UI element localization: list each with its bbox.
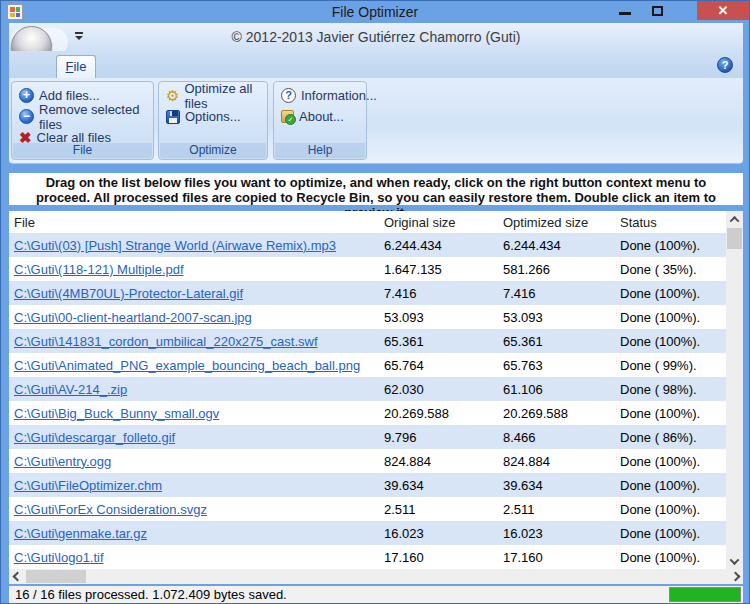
optimized-size-cell: 824.884 xyxy=(498,454,615,469)
table-row[interactable]: C:\Guti\entry.ogg 824.884 824.884 Done (… xyxy=(9,449,726,473)
minimize-button[interactable] xyxy=(611,1,639,20)
table-row[interactable]: C:\Guti\logo1.tif 17.160 17.160 Done (10… xyxy=(9,545,726,569)
file-cell: C:\Guti\logo1.tif xyxy=(9,550,379,565)
original-size-cell: 1.647.135 xyxy=(379,262,498,277)
file-list: File Original size Optimized size Status… xyxy=(9,211,743,569)
file-list-rows: C:\Guti\(03) [Push] Strange World (Airwa… xyxy=(9,233,726,569)
scroll-up-button[interactable] xyxy=(726,211,743,227)
table-row[interactable]: C:\Guti\descargar_folleto.gif 9.796 8.46… xyxy=(9,425,726,449)
horizontal-scroll-thumb[interactable] xyxy=(26,570,86,583)
maximize-button[interactable] xyxy=(643,1,671,20)
about-icon xyxy=(281,110,294,123)
file-cell: C:\Guti\ForEx Consideration.svgz xyxy=(9,502,379,517)
ribbon-group-file: + Add files... − Remove selected files ✖… xyxy=(11,81,154,160)
file-link[interactable]: C:\Guti\genmake.tar.gz xyxy=(14,526,147,541)
status-cell: Done (100%). xyxy=(615,286,726,301)
optimize-all-files-button[interactable]: ⚙ Optimize all files xyxy=(159,85,267,106)
status-cell: Done ( 99%). xyxy=(615,358,726,373)
status-cell: Done ( 35%). xyxy=(615,262,726,277)
column-header-file[interactable]: File xyxy=(9,215,379,230)
optimized-size-cell: 581.266 xyxy=(498,262,615,277)
file-cell: C:\Guti\descargar_folleto.gif xyxy=(9,430,379,445)
about-button[interactable]: About... xyxy=(274,106,366,127)
original-size-cell: 2.511 xyxy=(379,502,498,517)
optimized-size-cell: 65.361 xyxy=(498,334,615,349)
close-button[interactable]: ✕ xyxy=(697,1,749,20)
file-link[interactable]: C:\Guti\logo1.tif xyxy=(14,550,104,565)
file-cell: C:\Guti\(03) [Push] Strange World (Airwa… xyxy=(9,238,379,253)
scroll-left-button[interactable] xyxy=(9,569,25,584)
instruction-text: Drag on the list below files you want to… xyxy=(9,173,743,205)
optimized-size-cell: 20.269.588 xyxy=(498,406,615,421)
status-text: 16 / 16 files processed. 1.072.409 bytes… xyxy=(15,587,287,602)
options-icon xyxy=(166,110,180,124)
ribbon-tab-row: File ? xyxy=(9,51,743,78)
information-icon: ? xyxy=(281,88,296,103)
original-size-cell: 824.884 xyxy=(379,454,498,469)
chevron-down-icon xyxy=(730,555,740,565)
table-row[interactable]: C:\Guti\(4MB70UL)-Protector-Lateral.gif … xyxy=(9,281,726,305)
file-cell: C:\Guti\Animated_PNG_example_bouncing_be… xyxy=(9,358,379,373)
progress-bar xyxy=(669,587,741,602)
file-link[interactable]: C:\Guti\141831_cordon_umbilical_220x275_… xyxy=(14,334,318,349)
file-link[interactable]: C:\Guti\descargar_folleto.gif xyxy=(14,430,175,445)
file-link[interactable]: C:\Guti\Big_Buck_Bunny_small.ogv xyxy=(14,406,219,421)
file-cell: C:\Guti\genmake.tar.gz xyxy=(9,526,379,541)
file-link[interactable]: C:\Guti\00-client-heartland-2007-scan.jp… xyxy=(14,310,252,325)
column-header-original-size[interactable]: Original size xyxy=(379,215,498,230)
status-cell: Done (100%). xyxy=(615,502,726,517)
file-link[interactable]: C:\Guti\entry.ogg xyxy=(14,454,111,469)
column-header-status[interactable]: Status xyxy=(615,215,726,230)
remove-selected-files-button[interactable]: − Remove selected files xyxy=(12,106,153,127)
table-row[interactable]: C:\Guti\Animated_PNG_example_bouncing_be… xyxy=(9,353,726,377)
button-label: Optimize all files xyxy=(184,81,267,111)
status-bar: 16 / 16 files processed. 1.072.409 bytes… xyxy=(9,586,743,603)
file-link[interactable]: C:\Guti\(4MB70UL)-Protector-Lateral.gif xyxy=(14,286,243,301)
vertical-scroll-thumb[interactable] xyxy=(727,228,742,249)
ribbon-group-help: ? Information... About... Help xyxy=(273,81,367,160)
table-row[interactable]: C:\Guti\genmake.tar.gz 16.023 16.023 Don… xyxy=(9,521,726,545)
titlebar: File Optimizer ✕ xyxy=(1,1,749,23)
group-label-file: File xyxy=(13,143,152,158)
table-row[interactable]: C:\Guti\(03) [Push] Strange World (Airwa… xyxy=(9,233,726,257)
information-button[interactable]: ? Information... xyxy=(274,85,366,106)
table-row[interactable]: C:\Guti\(118-121) Multiple.pdf 1.647.135… xyxy=(9,257,726,281)
status-cell: Done (100%). xyxy=(615,526,726,541)
table-row[interactable]: C:\Guti\FileOptimizer.chm 39.634 39.634 … xyxy=(9,473,726,497)
status-cell: Done (100%). xyxy=(615,310,726,325)
original-size-cell: 65.361 xyxy=(379,334,498,349)
optimized-size-cell: 61.106 xyxy=(498,382,615,397)
file-link[interactable]: C:\Guti\(118-121) Multiple.pdf xyxy=(14,262,184,277)
table-row[interactable]: C:\Guti\00-client-heartland-2007-scan.jp… xyxy=(9,305,726,329)
qat-bar-icon xyxy=(75,32,83,34)
ribbon-top-band: © 2012-2013 Javier Gutiérrez Chamorro (G… xyxy=(9,23,743,51)
vertical-scrollbar[interactable] xyxy=(726,211,743,569)
chevron-down-icon xyxy=(75,36,83,40)
table-row[interactable]: C:\Guti\Big_Buck_Bunny_small.ogv 20.269.… xyxy=(9,401,726,425)
file-link[interactable]: C:\Guti\(03) [Push] Strange World (Airwa… xyxy=(14,238,336,253)
optimized-size-cell: 65.763 xyxy=(498,358,615,373)
help-icon[interactable]: ? xyxy=(717,57,733,73)
table-row[interactable]: C:\Guti\AV-214_.zip 62.030 61.106 Done (… xyxy=(9,377,726,401)
table-row[interactable]: C:\Guti\ForEx Consideration.svgz 2.511 2… xyxy=(9,497,726,521)
chevron-left-icon xyxy=(12,572,22,582)
scroll-down-button[interactable] xyxy=(726,553,743,569)
file-cell: C:\Guti\Big_Buck_Bunny_small.ogv xyxy=(9,406,379,421)
quick-access-toolbar-arrow[interactable] xyxy=(74,32,83,40)
optimized-size-cell: 39.634 xyxy=(498,478,615,493)
file-link[interactable]: C:\Guti\ForEx Consideration.svgz xyxy=(14,502,207,517)
tab-file[interactable]: File xyxy=(56,55,96,78)
table-row[interactable]: C:\Guti\141831_cordon_umbilical_220x275_… xyxy=(9,329,726,353)
close-icon: ✕ xyxy=(718,3,729,18)
column-header-optimized-size[interactable]: Optimized size xyxy=(498,215,615,230)
original-size-cell: 7.416 xyxy=(379,286,498,301)
file-link[interactable]: C:\Guti\FileOptimizer.chm xyxy=(14,478,162,493)
file-cell: C:\Guti\(4MB70UL)-Protector-Lateral.gif xyxy=(9,286,379,301)
original-size-cell: 20.269.588 xyxy=(379,406,498,421)
optimized-size-cell: 8.466 xyxy=(498,430,615,445)
scroll-right-button[interactable] xyxy=(727,569,743,584)
horizontal-scrollbar[interactable] xyxy=(9,569,743,584)
file-link[interactable]: C:\Guti\Animated_PNG_example_bouncing_be… xyxy=(14,358,360,373)
original-size-cell: 39.634 xyxy=(379,478,498,493)
file-link[interactable]: C:\Guti\AV-214_.zip xyxy=(14,382,127,397)
